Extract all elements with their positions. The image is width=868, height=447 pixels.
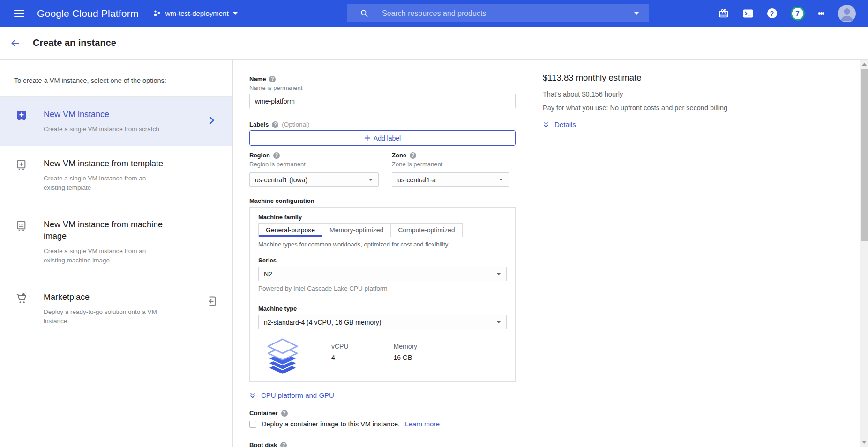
vcpu-label: vCPU: [331, 343, 349, 350]
avatar[interactable]: [838, 5, 856, 22]
gift-icon[interactable]: [718, 8, 729, 19]
region-field: Region Region is permanent us-central1 (…: [249, 152, 379, 187]
name-hint: Name is permanent: [249, 84, 516, 92]
billing-note: Pay for what you use: No upfront costs a…: [543, 104, 749, 112]
layers-icon: [264, 335, 301, 376]
zone-field: Zone Zone is permanent us-central1-a: [392, 152, 509, 187]
zone-hint: Zone is permanent: [392, 161, 509, 168]
memory-value: 16 GB: [394, 354, 418, 361]
labels-optional: (Optional): [282, 121, 309, 128]
more-options-icon[interactable]: [818, 11, 825, 16]
deploy-marketplace-icon[interactable]: [205, 295, 217, 309]
container-label: Container: [249, 410, 278, 417]
container-checkbox-row: Deploy a container image to this VM inst…: [249, 420, 516, 428]
series-select[interactable]: N2: [258, 267, 507, 281]
chevron-down-icon: [496, 273, 501, 275]
option-title: New VM instance from template: [44, 158, 177, 170]
notifications-badge[interactable]: 7: [791, 7, 805, 21]
cost-estimate-panel: $113.83 monthly estimate That's about $0…: [543, 73, 749, 128]
chevron-down-icon: [233, 12, 238, 15]
option-title: New VM instance from machine image: [44, 219, 177, 242]
scroll-down-arrow-icon[interactable]: [862, 441, 867, 444]
search-input[interactable]: [382, 9, 588, 18]
vertical-scrollbar[interactable]: [860, 60, 868, 447]
expand-more-icon: [543, 121, 549, 128]
boot-disk-label-row: Boot disk: [249, 441, 516, 447]
zone-value: us-central1-a: [397, 176, 436, 184]
memory-summary: Memory 16 GB: [394, 343, 418, 361]
name-input[interactable]: [249, 94, 516, 108]
series-label: Series: [258, 257, 507, 264]
menu-icon[interactable]: [14, 8, 24, 19]
search-dropdown-icon[interactable]: [634, 12, 639, 15]
help-circle-icon[interactable]: [281, 410, 288, 417]
tab-compute-optimized[interactable]: Compute-optimized: [390, 223, 462, 237]
add-label-button[interactable]: Add label: [249, 130, 516, 146]
machine-type-select[interactable]: n2-standard-4 (4 vCPU, 16 GB memory): [258, 315, 507, 329]
chevron-down-icon: [499, 179, 503, 181]
sidebar-intro: To create a VM instance, select one of t…: [0, 60, 232, 97]
add-label-text: Add label: [374, 134, 401, 142]
option-subtitle: Create a single VM instance from an exis…: [44, 246, 161, 265]
machine-image-icon: [15, 220, 27, 233]
option-subtitle: Create a single VM instance from an exis…: [44, 174, 161, 193]
help-circle-icon[interactable]: [269, 76, 276, 82]
hourly-estimate: That's about $0.156 hourly: [543, 90, 749, 98]
machine-spec-summary: vCPU 4 Memory 16 GB: [258, 335, 507, 376]
chevron-right-icon: [209, 116, 215, 127]
vcpu-value: 4: [331, 354, 349, 361]
labels-label: Labels: [249, 121, 269, 128]
scrollbar-thumb[interactable]: [861, 69, 868, 241]
option-new-vm-from-machine-image[interactable]: New VM instance from machine image Creat…: [0, 207, 232, 279]
help-circle-icon[interactable]: [410, 152, 416, 159]
zone-select[interactable]: us-central1-a: [392, 172, 509, 187]
series-hint: Powered by Intel Cascade Lake CPU platfo…: [258, 285, 507, 292]
machine-family-hint: Machine types for common workloads, opti…: [258, 241, 507, 248]
help-icon[interactable]: [767, 8, 777, 18]
vcpu-summary: vCPU 4: [331, 343, 349, 361]
tab-general-purpose[interactable]: General-purpose: [258, 223, 322, 237]
option-marketplace[interactable]: Marketplace Deploy a ready-to-go solutio…: [0, 279, 232, 340]
help-circle-icon[interactable]: [273, 152, 280, 159]
vm-plus-icon: [15, 110, 28, 123]
option-new-vm-from-template[interactable]: New VM instance from template Create a s…: [0, 146, 232, 207]
series-value: N2: [264, 270, 272, 278]
plus-icon: [364, 135, 370, 141]
topbar-actions: 7: [718, 0, 868, 27]
machine-configuration-title: Machine configuration: [249, 197, 516, 205]
machine-configuration-card: Machine family General-purpose Memory-op…: [249, 207, 516, 382]
scroll-up-arrow-icon[interactable]: [862, 63, 867, 66]
create-instance-form: Name Name is permanent Labels (Optional)…: [233, 60, 860, 447]
search-bar[interactable]: [347, 4, 649, 22]
option-subtitle: Create a single VM instance from scratch: [44, 125, 189, 134]
chevron-down-icon: [368, 179, 373, 181]
help-circle-icon[interactable]: [272, 121, 278, 128]
page-title: Create an instance: [33, 37, 116, 48]
name-label: Name: [249, 75, 266, 83]
project-icon: [153, 9, 161, 17]
container-checkbox-text: Deploy a container image to this VM inst…: [262, 420, 400, 428]
brand-title[interactable]: Google Cloud Platform: [37, 8, 139, 19]
region-select[interactable]: us-central1 (Iowa): [249, 172, 379, 187]
details-link[interactable]: Details: [543, 120, 749, 128]
back-arrow-icon[interactable]: [9, 37, 21, 49]
chevron-down-icon: [496, 321, 501, 323]
machine-type-value: n2-standard-4 (4 vCPU, 16 GB memory): [264, 319, 382, 326]
option-title: New VM instance: [44, 109, 177, 120]
machine-family-tabs: General-purpose Memory-optimized Compute…: [258, 223, 507, 237]
memory-label: Memory: [394, 343, 418, 350]
zone-label-row: Zone: [392, 152, 509, 159]
project-name: wm-test-deployment: [165, 9, 229, 17]
learn-more-link[interactable]: Learn more: [405, 420, 440, 428]
region-label-row: Region: [249, 152, 379, 159]
tab-memory-optimized[interactable]: Memory-optimized: [322, 223, 391, 237]
cpu-platform-gpu-link[interactable]: CPU platform and GPU: [249, 391, 516, 399]
cloud-shell-icon[interactable]: [742, 8, 754, 19]
help-circle-icon[interactable]: [280, 442, 287, 447]
deploy-container-checkbox[interactable]: [249, 421, 256, 428]
machine-type-label: Machine type: [258, 305, 507, 313]
region-label: Region: [249, 152, 270, 159]
option-new-vm-instance[interactable]: New VM instance Create a single VM insta…: [0, 97, 232, 146]
option-title: Marketplace: [44, 291, 177, 303]
project-selector[interactable]: wm-test-deployment: [153, 9, 238, 17]
